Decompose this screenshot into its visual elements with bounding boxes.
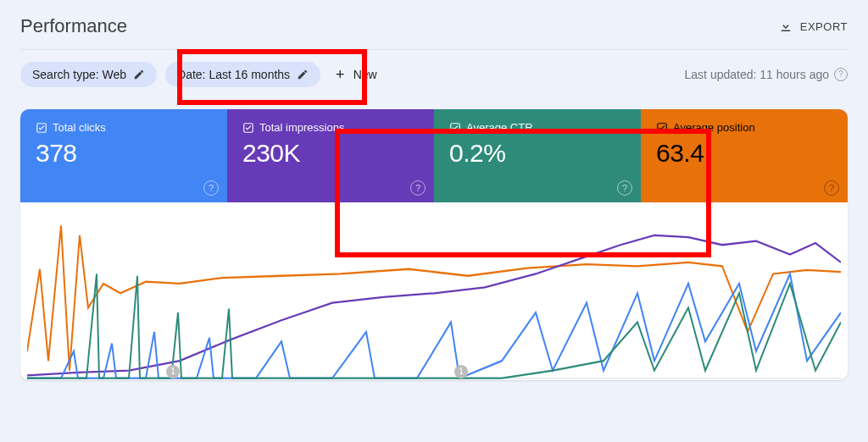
add-filter-button[interactable]: + New	[329, 63, 384, 87]
checkbox-checked-icon	[656, 122, 668, 134]
series-impressions	[27, 235, 841, 375]
series-clicks	[27, 273, 841, 378]
metric-label: Average CTR	[466, 121, 533, 134]
chart-area: 1 1	[20, 202, 848, 380]
export-label: EXPORT	[800, 20, 848, 33]
checkbox-checked-icon	[242, 122, 254, 134]
metric-total-impressions[interactable]: Total impressions 230K ?	[227, 109, 434, 202]
metric-value: 0.2%	[449, 139, 626, 168]
filter-chip-label: Date: Last 16 months	[177, 68, 290, 81]
add-filter-label: New	[353, 68, 377, 81]
plus-icon: +	[336, 66, 345, 84]
help-icon[interactable]: ?	[203, 180, 219, 196]
metric-average-ctr[interactable]: Average CTR 0.2% ?	[434, 109, 641, 202]
pencil-icon	[133, 69, 145, 80]
annotation-badge[interactable]: 1	[454, 365, 468, 378]
performance-card: Total clicks 378 ? Total impressions 230…	[20, 109, 848, 380]
annotation-badge[interactable]: 1	[166, 365, 180, 378]
metric-total-clicks[interactable]: Total clicks 378 ?	[20, 109, 227, 202]
performance-chart[interactable]	[27, 216, 841, 380]
checkbox-checked-icon	[36, 122, 47, 134]
filter-chip-label: Search type: Web	[32, 68, 126, 81]
download-icon	[778, 19, 793, 34]
metric-value: 378	[36, 139, 212, 168]
filter-bar: Search type: Web Date: Last 16 months + …	[20, 62, 848, 87]
help-icon[interactable]: ?	[617, 180, 632, 196]
metric-average-position[interactable]: Average position 63.4 ?	[641, 109, 848, 202]
last-updated-text: Last updated: 11 hours ago	[685, 68, 829, 81]
divider	[20, 49, 848, 50]
metric-label: Total impressions	[259, 121, 344, 134]
filter-chip-search-type[interactable]: Search type: Web	[20, 62, 157, 87]
filter-chip-date[interactable]: Date: Last 16 months	[165, 62, 320, 87]
export-button[interactable]: EXPORT	[778, 19, 848, 34]
metric-label: Average position	[673, 121, 755, 134]
help-icon[interactable]: ?	[410, 180, 426, 196]
checkbox-checked-icon	[449, 122, 461, 134]
metric-value: 230K	[242, 139, 419, 168]
pencil-icon	[297, 69, 309, 80]
last-updated: Last updated: 11 hours ago ?	[685, 68, 848, 81]
metrics-row: Total clicks 378 ? Total impressions 230…	[20, 109, 848, 202]
metric-label: Total clicks	[53, 121, 106, 134]
metric-value: 63.4	[656, 139, 832, 168]
page-header: Performance EXPORT	[20, 15, 848, 37]
page-title: Performance	[20, 15, 127, 37]
help-icon[interactable]: ?	[824, 180, 839, 196]
help-icon[interactable]: ?	[834, 68, 848, 81]
